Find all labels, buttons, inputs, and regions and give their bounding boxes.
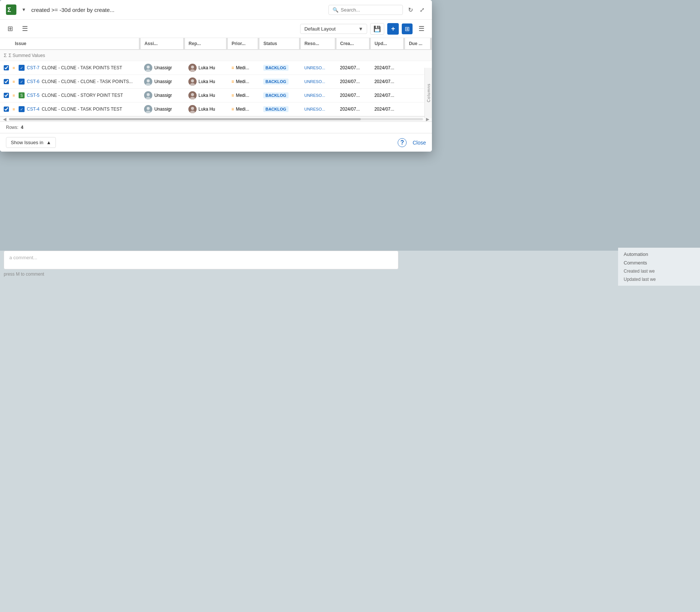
svg-point-3 bbox=[147, 66, 150, 69]
show-issues-label: Show Issues in bbox=[11, 140, 43, 145]
col-resize-assignee[interactable] bbox=[183, 38, 185, 49]
cell-created-0: 2024/07... bbox=[336, 61, 370, 75]
priority-text-2: Medi... bbox=[236, 93, 249, 98]
table-container[interactable]: Issue Assi... Rep... Prior... bbox=[0, 38, 432, 116]
table-row: ≡ ✓ CST-7 CLONE - CLONE - TASK POINTS TE… bbox=[0, 61, 432, 75]
row-checkbox-3[interactable] bbox=[4, 107, 9, 112]
scrollbar-thumb[interactable] bbox=[9, 118, 361, 120]
filter-btn[interactable]: ☰ bbox=[19, 23, 31, 34]
row-checkbox-1[interactable] bbox=[4, 79, 9, 84]
cell-priority-0: ≡ Medi... bbox=[228, 61, 260, 75]
cell-assignee-2: Unassigr bbox=[140, 89, 185, 102]
col-issue[interactable]: Issue bbox=[0, 38, 140, 50]
cell-status-2: BACKLOG bbox=[260, 89, 300, 102]
add-item-btn[interactable]: + bbox=[387, 23, 399, 35]
cell-assignee-1: Unassigr bbox=[140, 75, 185, 89]
search-icon: 🔍 bbox=[332, 7, 338, 13]
issue-id-2[interactable]: CST-5 bbox=[27, 93, 39, 98]
col-reporter[interactable]: Rep... bbox=[185, 38, 228, 50]
plus-icon: + bbox=[391, 25, 395, 33]
modal-toolbar: ⊞ ☰ Default Layout ▼ 💾 + ⊞ ☰ bbox=[0, 20, 432, 38]
assignee-text-3: Unassigr bbox=[154, 107, 172, 112]
cell-issue-0: ≡ ✓ CST-7 CLONE - CLONE - TASK POINTS TE… bbox=[0, 61, 140, 75]
col-priority[interactable]: Prior... bbox=[228, 38, 260, 50]
issues-table: Issue Assi... Rep... Prior... bbox=[0, 38, 432, 116]
bg-comment-placeholder: a comment... bbox=[9, 255, 37, 260]
save-icon: 💾 bbox=[373, 25, 381, 32]
issue-id-1[interactable]: CST-6 bbox=[27, 79, 39, 84]
columns-panel[interactable]: Columns bbox=[424, 68, 432, 118]
bg-comments-label: Comments bbox=[624, 260, 694, 266]
col-status[interactable]: Status bbox=[260, 38, 300, 50]
col-created[interactable]: Crea... bbox=[336, 38, 370, 50]
col-resize-issue[interactable] bbox=[139, 38, 140, 49]
table-header-row: Issue Assi... Rep... Prior... bbox=[0, 38, 432, 50]
priority-text-3: Medi... bbox=[236, 107, 249, 112]
issue-title-3: CLONE - CLONE - TASK POINTS TEST bbox=[42, 107, 122, 112]
rows-count-bar: Rows: 4 bbox=[0, 121, 432, 133]
created-text-1: 2024/07... bbox=[340, 79, 360, 84]
status-badge-0: BACKLOG bbox=[263, 65, 289, 71]
resolution-text-3: UNRESO... bbox=[304, 107, 325, 111]
layout-select-text: Default Layout bbox=[304, 26, 355, 32]
row-checkbox-2[interactable] bbox=[4, 93, 9, 98]
modal-dialog: Σ ▼ created >= -30d order by create... 🔍… bbox=[0, 0, 432, 152]
horizontal-scrollbar[interactable]: ◀ ▶ bbox=[0, 116, 432, 121]
col-resize-resolution[interactable] bbox=[335, 38, 336, 49]
table-row: ≡ S CST-5 CLONE - CLONE - STORY POINT TE… bbox=[0, 89, 432, 102]
row-checkbox-0[interactable] bbox=[4, 65, 9, 70]
svg-point-24 bbox=[191, 107, 194, 110]
cell-priority-3: ≡ Medi... bbox=[228, 102, 260, 116]
grid-icon: ⊞ bbox=[405, 25, 410, 32]
layout-select[interactable]: Default Layout ▼ bbox=[300, 24, 367, 34]
issue-id-3[interactable]: CST-4 bbox=[27, 107, 39, 112]
cell-priority-2: ≡ Medi... bbox=[228, 89, 260, 102]
modal-body: Issue Assi... Rep... Prior... bbox=[0, 38, 432, 133]
col-resize-updated[interactable] bbox=[403, 38, 405, 49]
table-row: ≡ ✓ CST-4 CLONE - CLONE - TASK POINTS TE… bbox=[0, 102, 432, 116]
col-resize-due[interactable] bbox=[430, 38, 432, 49]
grid-view-btn[interactable]: ⊞ bbox=[402, 23, 413, 34]
cell-updated-3: 2024/07... bbox=[370, 102, 405, 116]
col-assignee[interactable]: Assi... bbox=[140, 38, 185, 50]
col-resize-priority[interactable] bbox=[258, 38, 259, 49]
close-btn[interactable]: Close bbox=[413, 140, 426, 146]
cell-created-3: 2024/07... bbox=[336, 102, 370, 116]
dropdown-chevron-btn[interactable]: ▼ bbox=[20, 6, 28, 13]
col-due[interactable]: Due ... bbox=[405, 38, 432, 50]
svg-point-9 bbox=[147, 79, 150, 82]
col-resize-reporter[interactable] bbox=[226, 38, 228, 49]
reporter-text-2: Luka Hu bbox=[198, 93, 215, 98]
show-issues-btn[interactable]: Show Issues in ▲ bbox=[6, 137, 56, 148]
refresh-btn[interactable]: ↻ bbox=[407, 5, 414, 15]
priority-icon-2: ≡ bbox=[231, 93, 234, 98]
bg-automation-label: Automation bbox=[624, 251, 694, 257]
cell-reporter-1: Luka Hu bbox=[185, 75, 228, 89]
col-updated[interactable]: Upd... bbox=[370, 38, 405, 50]
bottom-right-actions: ? Close bbox=[398, 138, 426, 147]
col-resize-created[interactable] bbox=[369, 38, 370, 49]
reporter-text-3: Luka Hu bbox=[198, 107, 215, 112]
bg-created-info: Created last we bbox=[624, 269, 694, 274]
scrollbar-track[interactable] bbox=[9, 118, 423, 120]
cell-issue-3: ≡ ✓ CST-4 CLONE - CLONE - TASK POINTS TE… bbox=[0, 102, 140, 116]
group-by-btn[interactable]: ⊞ bbox=[4, 23, 16, 34]
expand-btn[interactable]: ⤢ bbox=[418, 5, 426, 15]
scroll-left-btn[interactable]: ◀ bbox=[1, 117, 7, 122]
cell-resolution-2: UNRESO... bbox=[300, 89, 336, 102]
issue-id-0[interactable]: CST-7 bbox=[27, 65, 39, 70]
bg-right-panel: Automation Comments Created last we Upda… bbox=[618, 248, 700, 286]
col-resize-status[interactable] bbox=[299, 38, 300, 49]
updated-text-3: 2024/07... bbox=[374, 107, 394, 112]
svg-point-15 bbox=[147, 93, 150, 96]
save-view-btn[interactable]: 💾 bbox=[370, 23, 384, 35]
more-options-btn[interactable]: ☰ bbox=[416, 23, 427, 35]
issue-title-0: CLONE - CLONE - TASK POINTS TEST bbox=[42, 65, 122, 70]
search-input[interactable] bbox=[341, 7, 397, 13]
svg-point-12 bbox=[191, 79, 194, 82]
reporter-text-0: Luka Hu bbox=[198, 65, 215, 70]
created-text-0: 2024/07... bbox=[340, 65, 360, 70]
col-resolution[interactable]: Reso... bbox=[300, 38, 336, 50]
app-logo: Σ bbox=[6, 4, 16, 15]
help-btn[interactable]: ? bbox=[398, 138, 407, 147]
